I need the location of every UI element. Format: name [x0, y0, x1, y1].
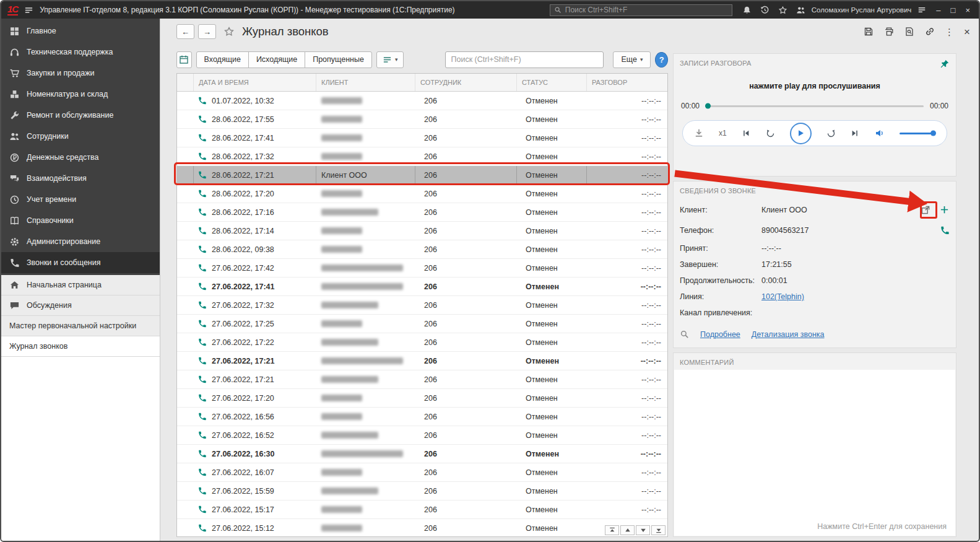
details-more-link[interactable]: Подробнее: [700, 330, 740, 339]
scroll-first-button[interactable]: [605, 525, 619, 535]
call-row[interactable]: 28.06.2022, 17:21 Клиент ООО 206 Отменен…: [177, 166, 667, 185]
call-row[interactable]: 27.06.2022, 17:20 206 Отменен --:--:--: [177, 389, 667, 408]
call-row[interactable]: 28.06.2022, 17:32 206 Отменен --:--:--: [177, 147, 667, 166]
phone-value[interactable]: 89004563217: [761, 226, 930, 235]
client-value[interactable]: Клиент ООО: [761, 206, 911, 214]
close-form-icon[interactable]: ×: [964, 27, 970, 37]
volume-icon[interactable]: [875, 128, 885, 138]
scroll-up-button[interactable]: [620, 525, 635, 535]
maximize-button[interactable]: □: [951, 6, 956, 15]
print-icon[interactable]: [883, 27, 894, 37]
rewind-icon[interactable]: [766, 129, 775, 138]
call-row[interactable]: 27.06.2022, 17:41 206 Отменен --:--:--: [177, 278, 667, 296]
call-detail-link[interactable]: Детализация звонка: [752, 330, 825, 339]
more-menu-icon[interactable]: ⋮: [945, 27, 954, 37]
calendar-filter-button[interactable]: [176, 51, 192, 68]
call-row[interactable]: 27.06.2022, 17:21 206 Отменен --:--:--: [177, 370, 667, 389]
sidebar-item[interactable]: Журнал звонков: [1, 336, 160, 357]
pin-icon[interactable]: [939, 59, 950, 69]
filter-outgoing-button[interactable]: Исходящие: [248, 51, 305, 68]
service-menu-icon[interactable]: [917, 6, 926, 14]
open-client-icon[interactable]: [920, 204, 930, 215]
sidebar-item[interactable]: Справочники: [1, 210, 160, 231]
save-icon[interactable]: [863, 27, 874, 37]
users-icon[interactable]: [796, 6, 805, 15]
seek-slider[interactable]: [706, 105, 924, 107]
comment-input[interactable]: Нажмите Ctrl+Enter для сохранения: [674, 370, 955, 536]
call-row[interactable]: 27.06.2022, 15:17 206 Отменен --:--:--: [177, 500, 667, 519]
filter-incoming-button[interactable]: Входящие: [196, 51, 249, 68]
forward-button[interactable]: →: [198, 24, 216, 39]
sidebar-item[interactable]: Взаимодействия: [1, 168, 160, 189]
call-row[interactable]: 27.06.2022, 17:22 206 Отменен --:--:--: [177, 333, 667, 352]
sidebar-item[interactable]: Учет времени: [1, 189, 160, 210]
sidebar-item[interactable]: Звонки и сообщения: [1, 252, 160, 273]
call-row[interactable]: 28.06.2022, 17:20 206 Отменен --:--:--: [177, 185, 667, 203]
get-link-icon[interactable]: [924, 27, 935, 37]
sidebar-item[interactable]: Номенклатура и склад: [1, 84, 160, 105]
call-row[interactable]: 27.06.2022, 15:59 206 Отменен --:--:--: [177, 482, 667, 500]
back-button[interactable]: ←: [176, 24, 194, 39]
preview-icon[interactable]: [904, 27, 914, 37]
call-row[interactable]: 01.07.2022, 10:32 206 Отменен --:--:--: [177, 92, 667, 110]
notifications-icon[interactable]: [742, 6, 752, 15]
play-button[interactable]: [790, 123, 812, 144]
global-search[interactable]: Поиск Ctrl+Shift+F: [550, 4, 732, 16]
sidebar-item[interactable]: Начальная страница: [1, 275, 160, 295]
sidebar-item[interactable]: Сотрудники: [1, 126, 160, 147]
call-row[interactable]: 28.06.2022, 09:38 206 Отменен --:--:--: [177, 240, 667, 259]
call-row[interactable]: 28.06.2022, 17:41 206 Отменен --:--:--: [177, 129, 667, 147]
call-row[interactable]: 27.06.2022, 17:25 206 Отменен --:--:--: [177, 315, 667, 333]
call-records-section: ЗАПИСИ РАЗГОВОРА нажмите play для прослу…: [673, 53, 956, 177]
call-row[interactable]: 27.06.2022, 16:56 206 Отменен --:--:--: [177, 408, 667, 426]
sidebar-item[interactable]: Администрирование: [1, 231, 160, 252]
call-row[interactable]: 28.06.2022, 17:16 206 Отменен --:--:--: [177, 203, 667, 222]
call-row[interactable]: 27.06.2022, 17:42 206 Отменен --:--:--: [177, 259, 667, 278]
list-search-input[interactable]: [445, 51, 604, 68]
call-row[interactable]: 27.06.2022, 16:07 206 Отменен --:--:--: [177, 463, 667, 482]
more-button[interactable]: Еще ▾: [613, 51, 651, 68]
close-window-button[interactable]: ×: [965, 6, 970, 15]
scroll-last-button[interactable]: [651, 525, 666, 535]
download-record-icon[interactable]: [694, 128, 704, 138]
sidebar-item[interactable]: Закупки и продажи: [1, 63, 160, 84]
call-row[interactable]: 27.06.2022, 16:52 206 Отменен --:--:--: [177, 426, 667, 445]
favorites-star-icon[interactable]: [778, 6, 787, 15]
col-status[interactable]: СТАТУС: [517, 74, 587, 91]
volume-handle[interactable]: [930, 131, 936, 136]
list-settings-button[interactable]: ▾: [376, 51, 404, 68]
call-row[interactable]: 27.06.2022, 17:32 206 Отменен --:--:--: [177, 296, 667, 315]
call-row[interactable]: 28.06.2022, 17:14 206 Отменен --:--:--: [177, 222, 667, 240]
skip-prev-icon[interactable]: [742, 129, 751, 138]
col-datetime[interactable]: ДАТА И ВРЕМЯ: [194, 74, 316, 91]
seek-handle[interactable]: [705, 103, 711, 109]
forward-icon[interactable]: [826, 129, 836, 138]
playback-speed[interactable]: x1: [719, 129, 727, 138]
scroll-down-button[interactable]: [636, 525, 650, 535]
sidebar-item[interactable]: Денежные средства: [1, 147, 160, 168]
sidebar-item[interactable]: Главное: [1, 20, 160, 42]
main-menu-icon[interactable]: [24, 6, 33, 15]
col-talk[interactable]: РАЗГОВОР: [587, 74, 667, 91]
line-link[interactable]: 102(Telphin): [761, 292, 950, 301]
help-button[interactable]: ?: [655, 52, 668, 68]
call-phone-icon[interactable]: [939, 225, 950, 235]
favorite-star-icon[interactable]: [223, 26, 235, 37]
col-employee[interactable]: СОТРУДНИК: [415, 74, 517, 91]
add-client-icon[interactable]: [939, 204, 950, 215]
sidebar-item[interactable]: Мастер первоначальной настройки: [1, 316, 160, 336]
call-row[interactable]: 27.06.2022, 17:21 206 Отменен --:--:--: [177, 352, 667, 370]
filter-missed-button[interactable]: Пропущенные: [305, 51, 372, 68]
history-icon[interactable]: [760, 6, 770, 15]
skip-next-icon[interactable]: [851, 129, 860, 138]
col-client[interactable]: КЛИЕНТ: [316, 74, 415, 91]
current-user[interactable]: Соломахин Руслан Артурович: [812, 6, 912, 14]
call-row[interactable]: 27.06.2022, 16:30 206 Отменен --:--:--: [177, 445, 667, 463]
call-row[interactable]: 28.06.2022, 17:55 206 Отменен --:--:--: [177, 110, 667, 129]
sidebar-item[interactable]: Техническая поддержка: [1, 42, 160, 63]
call-row[interactable]: 27.06.2022, 15:12 206 Отменен --:--:--: [177, 519, 667, 536]
volume-slider[interactable]: [900, 133, 935, 134]
sidebar-item[interactable]: Ремонт и обслуживание: [1, 105, 160, 126]
minimize-button[interactable]: –: [936, 6, 940, 15]
sidebar-item[interactable]: Обсуждения: [1, 295, 160, 316]
